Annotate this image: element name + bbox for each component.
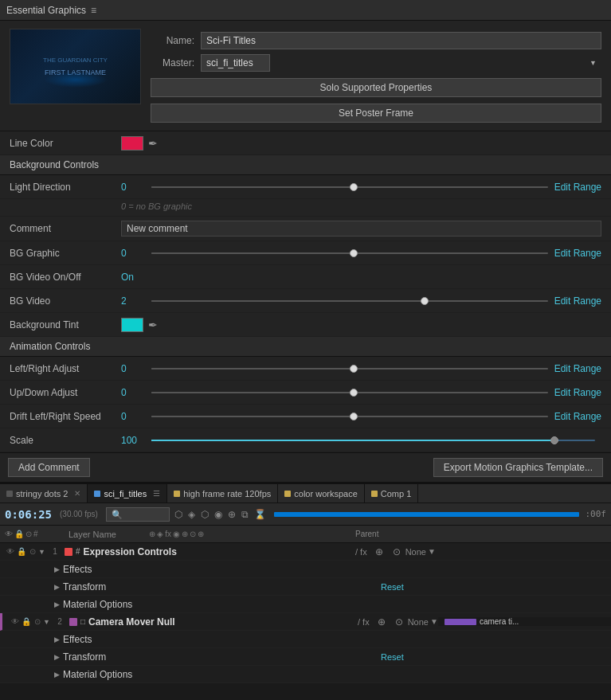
- layer-2-expand-icon[interactable]: ▼: [43, 618, 50, 626]
- bg-video-slider[interactable]: [151, 300, 548, 302]
- bg-video-value[interactable]: 2: [121, 295, 145, 307]
- layer-1-motion-icon: ⊕: [375, 546, 383, 557]
- header-col-icon-4: ◉: [173, 530, 180, 538]
- left-right-value[interactable]: 0: [121, 363, 145, 374]
- timecode: 0:06:25: [5, 508, 57, 521]
- layer-2-material-label: Material Options: [63, 669, 132, 680]
- light-direction-thumb[interactable]: [350, 183, 358, 191]
- scale-value[interactable]: 100: [121, 435, 145, 446]
- layer-search-input[interactable]: [106, 507, 170, 522]
- header-icons-left: 👁 🔒 ⊙ #: [5, 530, 69, 538]
- light-direction-value[interactable]: 0: [121, 182, 145, 193]
- layer-1-left: 👁 🔒 ⊙ ▼ 1 # Expression Controls: [0, 546, 351, 557]
- layer-2-lock-icon[interactable]: 🔒: [21, 616, 32, 628]
- layer-2-fx-label: / fx: [358, 617, 370, 627]
- action-bar: Add Comment Export Motion Graphics Templ…: [0, 452, 611, 482]
- layer-2-transform-reset-btn[interactable]: Reset: [381, 652, 404, 662]
- master-select-wrapper: sci_fi_titles: [201, 54, 601, 72]
- export-template-button[interactable]: Export Motion Graphics Template...: [433, 458, 603, 477]
- scale-track: [151, 440, 595, 441]
- left-right-edit-range-btn[interactable]: Edit Range: [554, 363, 601, 374]
- name-fields: Name: Master: sci_fi_titles Solo Support…: [151, 29, 601, 123]
- layer-1-lock-icon[interactable]: 🔒: [16, 546, 27, 557]
- bg-video-onoff-value[interactable]: On: [121, 272, 134, 283]
- scale-slider[interactable]: [151, 440, 595, 441]
- up-down-thumb[interactable]: [350, 389, 358, 397]
- drift-fill: [151, 416, 350, 417]
- tab-high-frame[interactable]: high frame rate 120fps: [167, 484, 278, 503]
- timeline-controls: 0:06:25 (30.00 fps) ⬡ ◈ ⬡ ◉ ⊕ ⧉ ⌛ :00f: [0, 503, 611, 526]
- up-down-value[interactable]: 0: [121, 387, 145, 398]
- left-right-track: [151, 368, 548, 370]
- layer-1-transform-reset-btn[interactable]: Reset: [381, 582, 404, 592]
- layer-2-timeline-area: camera ti...: [438, 617, 611, 626]
- bg-graphic-value[interactable]: 0: [121, 248, 145, 259]
- bg-video-edit-range-btn[interactable]: Edit Range: [554, 295, 601, 307]
- layer-1-solo-icon[interactable]: ⊙: [27, 546, 38, 557]
- bg-video-thumb[interactable]: [421, 297, 429, 305]
- layer-1-parent-dropdown-icon[interactable]: ▼: [428, 547, 436, 556]
- drift-thumb[interactable]: [350, 413, 358, 420]
- header-icon-solo: ⊙: [25, 530, 32, 538]
- set-poster-frame-btn[interactable]: Set Poster Frame: [151, 104, 601, 123]
- master-select[interactable]: sci_fi_titles: [201, 54, 270, 72]
- layer-1-transform-expand-icon[interactable]: ▶: [54, 583, 60, 591]
- timeline-ctrl-icon-4[interactable]: ◉: [213, 507, 224, 522]
- bg-graphic-slider[interactable]: [151, 252, 548, 254]
- tab-label-highframe: high frame rate 120fps: [183, 489, 271, 499]
- scale-thumb[interactable]: [550, 436, 558, 444]
- bg-graphic-track: [151, 252, 548, 254]
- layer-2-solo-icon[interactable]: ⊙: [32, 616, 43, 628]
- left-right-thumb[interactable]: [350, 365, 358, 373]
- name-input[interactable]: [201, 32, 601, 49]
- bg-graphic-thumb[interactable]: [350, 249, 358, 257]
- layer-2-name[interactable]: Camera Mover Null: [88, 616, 175, 628]
- light-direction-slider[interactable]: [151, 186, 548, 188]
- light-direction-edit-range-btn[interactable]: Edit Range: [554, 182, 601, 193]
- line-color-eyedropper-icon[interactable]: ✒: [148, 137, 158, 150]
- tab-sci-fi-titles[interactable]: sci_fi_titles ☰: [88, 484, 167, 503]
- drift-slider[interactable]: [151, 416, 548, 417]
- tab-menu-scifi-icon[interactable]: ☰: [153, 489, 160, 498]
- up-down-edit-range-btn[interactable]: Edit Range: [554, 387, 601, 398]
- bg-controls-header: Background Controls: [0, 155, 611, 175]
- timeline-ctrl-icon-6[interactable]: ⧉: [240, 507, 250, 522]
- layer-1-color-dot: [65, 548, 72, 556]
- add-comment-button[interactable]: Add Comment: [8, 458, 90, 477]
- layer-2-transform-expand-icon[interactable]: ▶: [54, 653, 60, 661]
- layer-1-name[interactable]: Expression Controls: [83, 546, 176, 557]
- layer-1-material-expand-icon[interactable]: ▶: [54, 600, 60, 608]
- layer-1-effects-expand-icon[interactable]: ▶: [54, 565, 60, 573]
- tab-close-stringy[interactable]: ✕: [74, 489, 80, 498]
- layer-1-effects-row: ▶ Effects: [0, 561, 611, 578]
- tab-stringy-dots[interactable]: stringy dots 2 ✕: [0, 484, 88, 503]
- bg-graphic-edit-range-btn[interactable]: Edit Range: [554, 248, 601, 259]
- tab-comp1[interactable]: Comp 1: [365, 484, 419, 503]
- drift-value[interactable]: 0: [121, 411, 145, 422]
- layer-1-expand-icon[interactable]: ▼: [38, 548, 45, 556]
- layer-2-material-expand-icon[interactable]: ▶: [54, 671, 60, 678]
- layer-1-eye-icon[interactable]: 👁: [5, 546, 16, 557]
- layer-2-effects-expand-icon[interactable]: ▶: [54, 635, 60, 643]
- tab-color-workspace[interactable]: color workspace: [278, 484, 364, 503]
- essential-graphics-panel: Essential Graphics ≡ THE GUARDIAN CITY F…: [0, 0, 611, 483]
- bg-tint-eyedropper-icon[interactable]: ✒: [148, 319, 158, 331]
- timeline-ctrl-icon-3[interactable]: ⬡: [199, 507, 210, 522]
- left-right-slider[interactable]: [151, 368, 548, 370]
- timeline-ctrl-icon-5[interactable]: ⊕: [226, 507, 237, 522]
- line-color-swatch[interactable]: [121, 136, 143, 151]
- timeline-playhead-bar: [274, 512, 579, 517]
- timeline-ctrl-icon-7[interactable]: ⌛: [253, 507, 268, 522]
- comment-input[interactable]: [121, 221, 601, 237]
- panel-menu-icon[interactable]: ≡: [91, 5, 96, 16]
- timeline-ctrl-icon-2[interactable]: ◈: [186, 507, 197, 522]
- layer-2-eye-icon[interactable]: 👁: [10, 616, 21, 628]
- drift-track: [151, 416, 548, 417]
- solo-supported-btn[interactable]: Solo Supported Properties: [151, 78, 601, 97]
- timeline-ctrl-icon-1[interactable]: ⬡: [173, 507, 184, 522]
- drift-edit-range-btn[interactable]: Edit Range: [554, 411, 601, 422]
- layer-2-parent-dropdown-icon[interactable]: ▼: [430, 617, 438, 626]
- bg-tint-swatch[interactable]: [121, 318, 143, 332]
- up-down-slider[interactable]: [151, 392, 548, 393]
- layer-1-material-row: ▶ Material Options: [0, 596, 611, 613]
